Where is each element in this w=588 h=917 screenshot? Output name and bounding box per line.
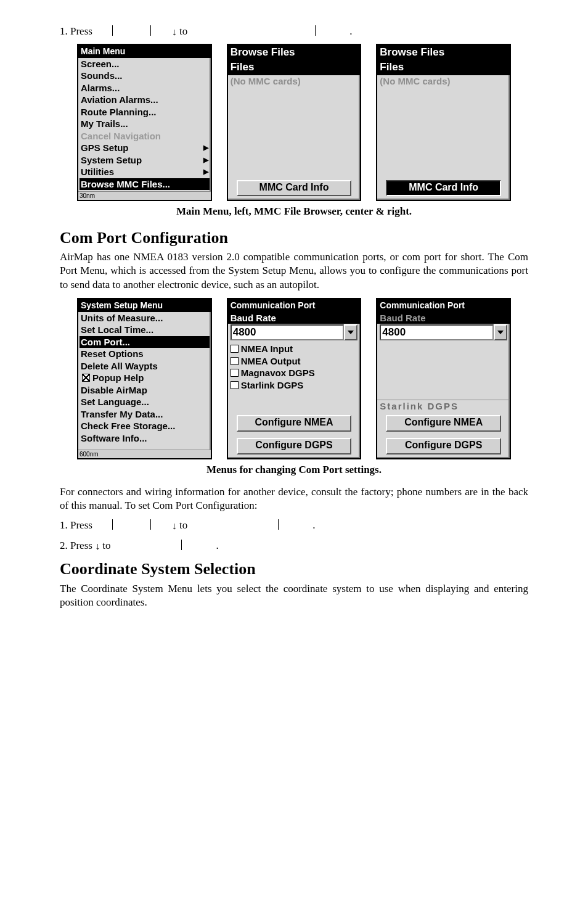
step-sep [278, 519, 279, 530]
system-setup-item[interactable]: Set Language... [80, 396, 210, 408]
section-heading-comport: Com Port Configuration [60, 228, 528, 249]
step-sep [150, 25, 152, 36]
down-arrow-icon: ↓ [95, 541, 102, 551]
main-menu-list: Screen...Sounds...Alarms...Aviation Alar… [78, 58, 211, 192]
main-menu-item[interactable]: Browse MMC Files... [80, 178, 210, 191]
step-num: 2. Press [60, 540, 92, 551]
submenu-arrow-icon: ▶ [203, 166, 208, 177]
main-menu-item[interactable]: Route Planning... [80, 106, 210, 118]
configure-nmea-button[interactable]: Configure NMEA [386, 415, 501, 432]
body-paragraph: For connectors and wiring information fo… [60, 485, 528, 512]
baud-rate-combo[interactable]: 4800 [231, 324, 358, 340]
main-menu-item[interactable]: Utilities▶ [80, 166, 210, 178]
screenshot-row-1: Main Menu Screen...Sounds...Alarms...Avi… [77, 44, 511, 202]
comport-panel: Communication Port Baud Rate 4800 NMEA I… [227, 298, 362, 459]
step-dot: . [216, 540, 218, 551]
files-group-header: Files [377, 60, 510, 75]
no-mmc-text: (No MMC cards) [228, 75, 361, 88]
comport-checkbox[interactable]: Magnavox DGPS [228, 367, 361, 379]
system-setup-list: Units of Measure...Set Local Time...Com … [78, 312, 211, 446]
step-num: 1. Press [60, 25, 92, 37]
system-setup-item[interactable]: Delete All Waypts [80, 360, 210, 372]
system-setup-item[interactable]: Popup Help [80, 372, 210, 384]
step-sep [112, 519, 113, 530]
chevron-down-icon[interactable] [494, 324, 507, 340]
panel-title: Communication Port [228, 299, 361, 312]
system-setup-item[interactable]: Com Port... [80, 336, 210, 348]
down-arrow-icon: ↓ [172, 520, 177, 531]
baud-rate-label-disabled: Baud Rate [377, 312, 510, 324]
main-menu-item[interactable]: Aviation Alarms... [80, 94, 210, 106]
step-2-bottom: 2. Press ↓ to . [60, 539, 528, 553]
comport-checkbox[interactable]: Starlink DGPS [228, 379, 361, 392]
down-arrow-icon: ↓ [172, 27, 177, 37]
panel-title: Browse Files [377, 45, 510, 60]
submenu-arrow-icon: ▶ [203, 142, 208, 153]
main-menu-item[interactable]: System Setup▶ [80, 154, 210, 167]
main-menu-item[interactable]: My Trails... [80, 118, 210, 130]
step-sep [112, 25, 113, 36]
figure-caption: Main Menu, left, MMC File Browser, cente… [60, 205, 528, 218]
browse-files-panel: Browse Files Files (No MMC cards) MMC Ca… [227, 44, 362, 202]
section-body: The Coordinate System Menu lets you sele… [60, 582, 528, 609]
mmc-card-info-button[interactable]: MMC Card Info [237, 180, 352, 197]
system-setup-item[interactable]: Disable AirMap [80, 384, 210, 397]
system-setup-item[interactable]: Software Info... [80, 432, 210, 445]
system-setup-item[interactable]: Units of Measure... [80, 312, 210, 324]
configure-dgps-button[interactable]: Configure DGPS [237, 438, 352, 454]
step-sep [181, 540, 182, 550]
main-menu-item[interactable]: Sounds... [80, 70, 210, 82]
baud-rate-value[interactable]: 4800 [231, 324, 345, 340]
baud-rate-combo-open[interactable]: 4800 [380, 324, 507, 340]
panel-title: Communication Port [377, 299, 510, 312]
section-body: AirMap has one NMEA 0183 version 2.0 com… [60, 250, 528, 291]
main-menu-item[interactable]: GPS Setup▶ [80, 142, 210, 154]
configure-nmea-button[interactable]: Configure NMEA [237, 415, 352, 432]
step-word: to [179, 25, 187, 37]
section-heading-coord: Coordinate System Selection [60, 559, 528, 580]
system-setup-item[interactable]: Set Local Time... [80, 324, 210, 336]
mmc-card-info-button[interactable]: MMC Card Info [386, 180, 501, 197]
submenu-arrow-icon: ▶ [203, 154, 208, 165]
status-bar: 600nm [78, 450, 211, 458]
step-1-bottom: 1. Press ↓ to . [60, 519, 528, 533]
step-word: to [179, 519, 187, 531]
comport-checkbox[interactable]: NMEA Input [228, 343, 361, 355]
panel-title: Browse Files [228, 45, 361, 60]
main-menu-item: Cancel Navigation [80, 130, 210, 142]
no-mmc-text: (No MMC cards) [377, 75, 510, 88]
panel-title: Main Menu [78, 45, 211, 58]
browse-files-panel-selected: Browse Files Files (No MMC cards) MMC Ca… [376, 44, 511, 202]
comport-panel-dropdown: Communication Port Baud Rate 4800 Starli… [376, 298, 511, 459]
comport-checkbox[interactable]: NMEA Output [228, 355, 361, 368]
step-dot: . [312, 519, 315, 531]
step-1-top: 1. Press ↓ to . [60, 25, 528, 39]
files-group-header: Files [228, 60, 361, 75]
main-menu-item[interactable]: Alarms... [80, 82, 210, 94]
screenshot-row-2: System Setup Menu Units of Measure...Set… [77, 298, 511, 459]
baud-rate-label: Baud Rate [228, 312, 361, 324]
step-sep [315, 25, 316, 36]
step-sep [150, 519, 152, 530]
baud-rate-value[interactable]: 4800 [380, 324, 494, 340]
panel-title: System Setup Menu [78, 299, 211, 312]
partial-text: Starlink DGPS [377, 400, 510, 413]
system-setup-item[interactable]: Reset Options [80, 348, 210, 360]
status-bar: 30nm [78, 191, 211, 200]
main-menu-panel: Main Menu Screen...Sounds...Alarms...Avi… [77, 44, 212, 202]
configure-dgps-button[interactable]: Configure DGPS [386, 438, 501, 454]
step-word: to [102, 540, 110, 551]
figure-caption: Menus for changing Com Port settings. [60, 463, 528, 477]
main-menu-item[interactable]: Screen... [80, 58, 210, 70]
system-setup-item[interactable]: Check Free Storage... [80, 420, 210, 432]
chevron-down-icon[interactable] [344, 324, 357, 340]
system-setup-menu-panel: System Setup Menu Units of Measure...Set… [77, 298, 212, 459]
step-num: 1. Press [60, 519, 92, 531]
step-dot: . [349, 25, 352, 37]
system-setup-item[interactable]: Transfer My Data... [80, 408, 210, 421]
